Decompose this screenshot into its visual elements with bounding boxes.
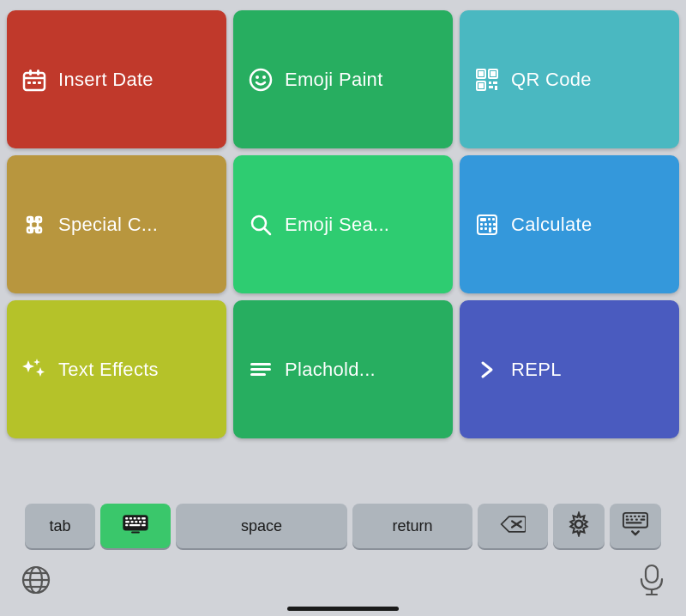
svg-rect-40 bbox=[250, 373, 266, 376]
svg-rect-59 bbox=[626, 515, 629, 516]
microphone-button[interactable] bbox=[638, 564, 665, 596]
svg-rect-30 bbox=[480, 223, 483, 226]
svg-rect-51 bbox=[143, 521, 146, 522]
home-bar bbox=[287, 607, 399, 611]
delete-icon bbox=[500, 511, 526, 541]
svg-rect-36 bbox=[489, 227, 491, 233]
space-label: space bbox=[241, 517, 282, 535]
svg-point-8 bbox=[256, 75, 259, 79]
calendar-icon bbox=[21, 68, 48, 92]
calculate-button[interactable]: Calculate bbox=[460, 155, 679, 293]
qr-icon bbox=[473, 68, 501, 92]
svg-rect-74 bbox=[646, 565, 658, 583]
chevron-right-icon bbox=[473, 358, 501, 382]
svg-rect-44 bbox=[134, 517, 136, 519]
svg-rect-64 bbox=[626, 518, 629, 520]
svg-rect-27 bbox=[480, 218, 486, 221]
svg-rect-52 bbox=[125, 524, 128, 526]
svg-rect-45 bbox=[137, 517, 140, 519]
special-chars-button[interactable]: Special C... bbox=[7, 155, 226, 293]
svg-rect-11 bbox=[478, 71, 484, 76]
svg-rect-37 bbox=[493, 227, 496, 230]
svg-rect-62 bbox=[638, 515, 641, 516]
lines-icon bbox=[247, 358, 274, 382]
globe-button[interactable] bbox=[21, 565, 51, 595]
hide-keyboard-key[interactable] bbox=[610, 504, 661, 548]
svg-rect-39 bbox=[250, 368, 271, 371]
svg-rect-43 bbox=[129, 517, 132, 519]
keyboard-toggle-key[interactable] bbox=[100, 504, 171, 548]
svg-rect-35 bbox=[484, 227, 487, 230]
svg-rect-28 bbox=[488, 218, 490, 220]
space-key[interactable]: space bbox=[176, 504, 347, 548]
settings-key[interactable] bbox=[553, 504, 605, 548]
tab-label: tab bbox=[49, 517, 70, 535]
svg-rect-67 bbox=[641, 518, 646, 520]
svg-rect-4 bbox=[27, 82, 31, 84]
emoji-paint-button[interactable]: Emoji Paint bbox=[233, 10, 453, 148]
bottom-bar bbox=[0, 557, 686, 607]
svg-rect-54 bbox=[141, 524, 146, 526]
svg-rect-60 bbox=[629, 515, 632, 516]
microphone-icon bbox=[638, 564, 665, 596]
calculator-icon bbox=[473, 213, 501, 237]
svg-rect-33 bbox=[493, 223, 496, 226]
emoji-paint-label: Emoji Paint bbox=[285, 69, 383, 91]
return-key[interactable]: return bbox=[352, 504, 472, 548]
svg-rect-66 bbox=[635, 518, 638, 520]
calculate-label: Calculate bbox=[511, 214, 592, 236]
home-indicator bbox=[0, 607, 686, 616]
qr-code-button[interactable]: QR Code bbox=[460, 10, 679, 148]
svg-point-9 bbox=[262, 75, 266, 79]
svg-point-57 bbox=[575, 520, 583, 528]
svg-rect-63 bbox=[642, 515, 646, 516]
svg-rect-53 bbox=[129, 524, 141, 526]
keyboard-area: tab bbox=[0, 497, 686, 557]
emoji-search-label: Emoji Sea... bbox=[285, 214, 389, 236]
svg-rect-50 bbox=[139, 521, 141, 522]
sparkles-icon bbox=[21, 357, 48, 383]
svg-rect-19 bbox=[495, 86, 497, 90]
svg-rect-34 bbox=[480, 227, 483, 230]
placeholder-label: Plachold... bbox=[285, 359, 376, 381]
qr-code-label: QR Code bbox=[511, 69, 592, 91]
svg-rect-49 bbox=[135, 521, 137, 522]
svg-rect-5 bbox=[33, 82, 36, 84]
svg-rect-42 bbox=[125, 517, 128, 519]
svg-rect-2 bbox=[37, 69, 39, 75]
text-effects-label: Text Effects bbox=[58, 359, 159, 381]
insert-date-label: Insert Date bbox=[58, 69, 153, 91]
svg-line-25 bbox=[264, 228, 270, 234]
insert-date-button[interactable]: Insert Date bbox=[7, 10, 226, 148]
svg-rect-15 bbox=[478, 83, 484, 88]
repl-button[interactable]: REPL bbox=[460, 300, 679, 438]
tab-key[interactable]: tab bbox=[25, 504, 95, 548]
svg-rect-61 bbox=[634, 515, 636, 516]
repl-label: REPL bbox=[511, 359, 562, 381]
key-row: tab bbox=[3, 504, 683, 548]
svg-rect-18 bbox=[489, 86, 493, 88]
svg-rect-68 bbox=[626, 522, 642, 523]
gear-icon bbox=[566, 511, 592, 541]
placeholder-button[interactable]: Plachold... bbox=[233, 300, 453, 438]
text-effects-button[interactable]: Text Effects bbox=[7, 300, 226, 438]
svg-rect-47 bbox=[125, 521, 129, 522]
svg-rect-31 bbox=[484, 223, 487, 226]
search-icon bbox=[247, 213, 274, 237]
svg-rect-29 bbox=[492, 218, 495, 220]
keyboard-icon bbox=[123, 511, 148, 541]
action-grid: Insert Date Emoji Paint bbox=[0, 0, 686, 445]
svg-rect-6 bbox=[38, 82, 41, 84]
emoji-search-button[interactable]: Emoji Sea... bbox=[233, 155, 453, 293]
hide-keyboard-icon bbox=[623, 511, 648, 541]
delete-key[interactable] bbox=[478, 504, 548, 548]
svg-rect-32 bbox=[489, 223, 491, 226]
spacer bbox=[0, 445, 686, 497]
svg-rect-16 bbox=[489, 82, 491, 84]
smiley-icon bbox=[247, 68, 274, 92]
svg-rect-1 bbox=[29, 69, 32, 75]
return-label: return bbox=[392, 517, 432, 535]
svg-rect-17 bbox=[493, 82, 497, 84]
special-chars-label: Special C... bbox=[58, 214, 158, 236]
svg-rect-38 bbox=[250, 363, 271, 365]
